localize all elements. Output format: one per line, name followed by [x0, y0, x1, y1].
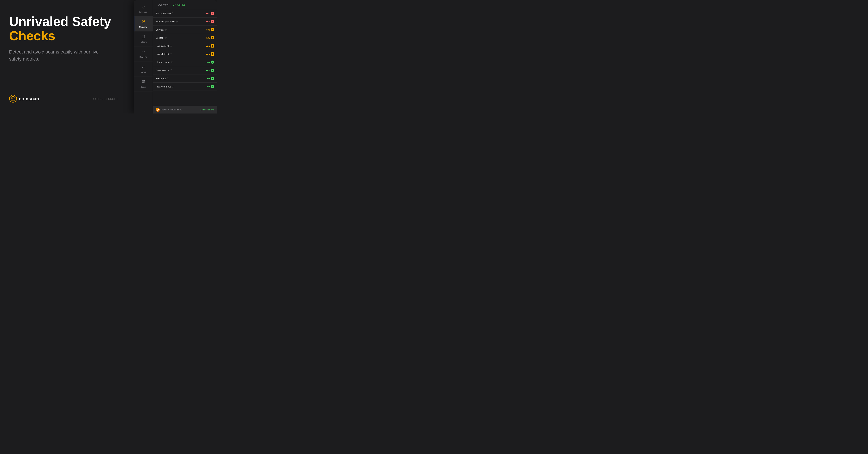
- sidebar-item-security[interactable]: Security: [134, 17, 153, 31]
- status-bar: Tracking in real-time... · Updated 5s ag…: [153, 106, 217, 114]
- ok-badge: ✓: [211, 61, 214, 64]
- swap-icon: [141, 65, 145, 70]
- tab-goplus-label: GoPlus: [177, 3, 185, 6]
- sidebar-item-label-social: Social: [141, 86, 146, 88]
- info-icon: ⓘ: [170, 69, 172, 72]
- security-row: Has whitelist ⓘ Yes ⚠: [153, 50, 217, 58]
- svg-rect-2: [142, 35, 145, 38]
- row-value-text: No: [207, 85, 210, 88]
- tab-overview-label: Overview: [158, 3, 168, 6]
- ok-badge: ✓: [211, 77, 214, 80]
- row-value: No ✓: [207, 61, 214, 64]
- info-icon: ⓘ: [172, 85, 174, 88]
- subtext: Detect and avoid scams easily with our l…: [9, 48, 103, 63]
- sidebar-item-label-security: Security: [139, 26, 147, 28]
- coinscan-logo-icon: [9, 95, 17, 103]
- info-icon: ⓘ: [170, 53, 172, 56]
- warning-badge: ⚠: [211, 36, 214, 39]
- row-value: Yes ⚠: [206, 12, 214, 15]
- sidebar-item-holders[interactable]: Holders: [134, 31, 153, 46]
- row-value: Yes ⚠: [206, 20, 214, 23]
- row-value-text: No: [207, 77, 210, 80]
- ok-badge: ✓: [211, 85, 214, 88]
- row-value: 5% ⚠: [206, 28, 214, 31]
- security-row: Honeypot ⓘ No ✓: [153, 74, 217, 83]
- main-content: Overview G⁺ GoPlus Tax modifiable ⓘ Yes …: [153, 0, 217, 114]
- right-section: ♡ Favorites Security: [130, 0, 217, 114]
- ok-badge: ✓: [211, 69, 214, 72]
- row-label-text: Proxy contract: [156, 85, 171, 88]
- row-label: Has whitelist ⓘ: [156, 53, 172, 56]
- sidebar-item-label-dev-txs: Dev TXs: [140, 56, 147, 58]
- info-icon: ⓘ: [164, 36, 166, 39]
- status-left: Tracking in real-time...: [156, 108, 182, 112]
- domain-text: coinscan.com: [93, 96, 118, 101]
- sidebar-item-label: Favorites: [139, 11, 147, 13]
- row-value: No ✓: [207, 85, 214, 88]
- warning-badge-red: ⚠: [211, 20, 214, 23]
- info-icon: ⓘ: [164, 28, 166, 31]
- warning-badge: ⚠: [211, 28, 214, 31]
- row-label-text: Has blacklist: [156, 45, 169, 47]
- left-section: Unrivaled Safety Checks Detect and avoid…: [0, 0, 130, 114]
- sidebar-item-dev-txs[interactable]: Dev TXs: [134, 46, 153, 61]
- row-value: Yes ⚠: [206, 44, 214, 47]
- row-value: Yes ✓: [206, 69, 214, 72]
- security-row: Hidden owner ⓘ No ✓: [153, 58, 217, 66]
- info-icon: ⓘ: [170, 45, 172, 47]
- security-row: Has blacklist ⓘ Yes ⚠: [153, 42, 217, 50]
- tab-bar: Overview G⁺ GoPlus: [153, 0, 217, 9]
- security-row: Sell tax ⓘ 5% ⚠: [153, 34, 217, 42]
- security-row: Proxy contract ⓘ No ✓: [153, 83, 217, 91]
- sidebar-item-swap[interactable]: Swap: [134, 61, 153, 76]
- row-label: Transfer pausable ⓘ: [156, 20, 178, 23]
- row-label-text: Honeypot: [156, 77, 166, 80]
- info-icon: ⓘ: [176, 20, 178, 23]
- info-icon: ⓘ: [167, 77, 169, 80]
- tracking-icon: [156, 108, 160, 112]
- row-label: Has blacklist ⓘ: [156, 45, 172, 47]
- logo-text: coinscan: [19, 96, 39, 102]
- headline-yellow: Checks: [9, 29, 121, 43]
- security-list: Tax modifiable ⓘ Yes ⚠ Transfer pausable…: [153, 9, 217, 106]
- headline-white: Unrivaled Safety: [9, 14, 121, 29]
- sidebar-item-favorites[interactable]: ♡ Favorites: [134, 2, 153, 17]
- social-icon: [141, 80, 145, 85]
- security-row: Transfer pausable ⓘ Yes ⚠: [153, 18, 217, 26]
- active-bar: [134, 17, 134, 31]
- row-label-text: Transfer pausable: [156, 20, 175, 23]
- dev-txs-icon: [141, 50, 145, 55]
- row-label: Buy tax ⓘ: [156, 28, 166, 31]
- row-value-text: Yes: [206, 53, 210, 56]
- row-label: Hidden owner ⓘ: [156, 61, 173, 64]
- security-row: Buy tax ⓘ 5% ⚠: [153, 26, 217, 34]
- row-label: Honeypot ⓘ: [156, 77, 169, 80]
- holders-icon: [141, 35, 145, 40]
- shield-icon: [141, 20, 145, 25]
- warning-badge: ⚠: [211, 44, 214, 47]
- tab-goplus[interactable]: G⁺ GoPlus: [170, 0, 188, 9]
- heart-icon: ♡: [142, 5, 145, 10]
- row-label-text: Sell tax: [156, 36, 163, 39]
- security-row: Tax modifiable ⓘ Yes ⚠: [153, 9, 217, 18]
- tracking-text: Tracking in real-time...: [161, 108, 182, 111]
- warning-badge: ⚠: [211, 53, 214, 56]
- tab-overview[interactable]: Overview: [156, 0, 170, 9]
- sidebar-item-social[interactable]: Social: [134, 76, 153, 92]
- updated-text: · Updated 5s ago: [199, 109, 214, 111]
- sidebar-item-label-holders: Holders: [140, 41, 147, 43]
- row-label: Tax modifiable ⓘ: [156, 12, 174, 15]
- row-value: Yes ⚠: [206, 53, 214, 56]
- row-value-text: Yes: [206, 12, 210, 15]
- row-value: No ✓: [207, 77, 214, 80]
- bottom-row: coinscan coinscan.com: [9, 95, 121, 103]
- row-label-text: Tax modifiable: [156, 12, 171, 15]
- row-label-text: Buy tax: [156, 28, 163, 31]
- row-label: Open source ⓘ: [156, 69, 172, 72]
- row-value: 5% ⚠: [206, 36, 214, 39]
- row-label: Proxy contract ⓘ: [156, 85, 174, 88]
- info-icon: ⓘ: [172, 12, 174, 15]
- row-value-text: Yes: [206, 45, 210, 47]
- goplus-icon: G⁺: [173, 3, 176, 6]
- row-label-text: Open source: [156, 69, 169, 72]
